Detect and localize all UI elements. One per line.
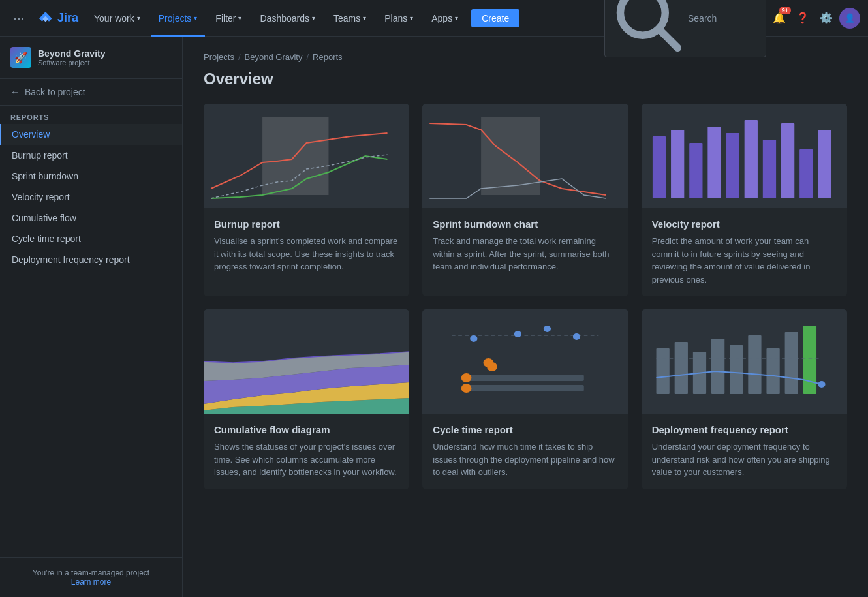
svg-rect-16 bbox=[818, 130, 831, 198]
svg-point-26 bbox=[544, 326, 551, 332]
search-box[interactable] bbox=[604, 0, 766, 57]
help-button[interactable]: ❓ bbox=[792, 8, 813, 29]
project-info: Beyond Gravity Software project bbox=[38, 48, 105, 67]
deployment-card-body: Deployment frequency report Understand y… bbox=[642, 414, 847, 489]
cumulative-chart bbox=[204, 309, 409, 414]
sidebar-item-overview[interactable]: Overview bbox=[0, 124, 182, 145]
svg-rect-41 bbox=[766, 348, 779, 394]
burndown-desc: Track and manage the total work remainin… bbox=[433, 235, 617, 273]
nav-your-work[interactable]: Your work ▾ bbox=[86, 0, 148, 37]
logo-text: Jira bbox=[57, 11, 78, 25]
jira-logo[interactable]: Jira bbox=[33, 10, 84, 26]
help-icon: ❓ bbox=[796, 12, 809, 24]
cumulative-title: Cumulative flow diagram bbox=[214, 424, 399, 435]
nav-filter[interactable]: Filter ▾ bbox=[208, 0, 249, 37]
svg-rect-11 bbox=[726, 133, 739, 198]
burnup-title: Burnup report bbox=[214, 219, 399, 230]
chevron-icon: ▾ bbox=[194, 14, 197, 22]
breadcrumb-reports: Reports bbox=[313, 52, 343, 62]
sidebar: 🚀 Beyond Gravity Software project ← Back… bbox=[0, 37, 183, 597]
project-name: Beyond Gravity bbox=[38, 48, 105, 59]
sprint-burndown-card[interactable]: Sprint burndown chart Track and manage t… bbox=[422, 104, 628, 296]
chevron-icon: ▾ bbox=[238, 14, 241, 22]
project-icon: 🚀 bbox=[10, 47, 31, 68]
velocity-card[interactable]: Velocity report Predict the amount of wo… bbox=[642, 104, 847, 296]
velocity-chart bbox=[642, 104, 847, 208]
cumulative-card-body: Cumulative flow diagram Shows the status… bbox=[204, 414, 409, 489]
cycletime-chart bbox=[422, 309, 628, 414]
breadcrumb-beyond-gravity[interactable]: Beyond Gravity bbox=[245, 52, 303, 62]
user-avatar[interactable]: 👤 bbox=[839, 8, 860, 29]
notification-badge: 9+ bbox=[779, 7, 791, 14]
svg-rect-12 bbox=[744, 120, 757, 198]
svg-point-45 bbox=[818, 381, 825, 388]
nav-plans[interactable]: Plans ▾ bbox=[377, 0, 421, 37]
nav-apps[interactable]: Apps ▾ bbox=[424, 0, 466, 37]
svg-point-25 bbox=[514, 331, 521, 337]
deployment-title: Deployment frequency report bbox=[652, 424, 837, 435]
search-icon bbox=[613, 0, 683, 53]
sidebar-section-reports: Reports bbox=[0, 106, 182, 124]
svg-rect-38 bbox=[711, 339, 724, 394]
search-input[interactable] bbox=[688, 13, 758, 23]
burndown-chart bbox=[422, 104, 628, 208]
svg-line-1 bbox=[660, 31, 678, 48]
svg-rect-35 bbox=[656, 348, 669, 394]
cycletime-title: Cycle time report bbox=[433, 424, 617, 435]
burnup-card[interactable]: Burnup report Visualise a sprint's compl… bbox=[204, 104, 409, 296]
svg-rect-7 bbox=[653, 136, 666, 198]
svg-rect-8 bbox=[671, 130, 684, 198]
svg-rect-34 bbox=[642, 309, 847, 414]
svg-point-29 bbox=[487, 362, 497, 371]
back-to-project[interactable]: ← Back to project bbox=[0, 79, 182, 106]
arrow-left-icon: ← bbox=[10, 87, 20, 97]
sidebar-item-cycle-time[interactable]: Cycle time report bbox=[0, 228, 182, 249]
svg-rect-31 bbox=[467, 385, 584, 391]
deployment-card[interactable]: Deployment frequency report Understand y… bbox=[642, 309, 847, 489]
footer-text: You're in a team-managed project bbox=[10, 568, 172, 577]
main-layout: 🚀 Beyond Gravity Software project ← Back… bbox=[0, 37, 868, 597]
breadcrumb-sep-1: / bbox=[238, 52, 241, 62]
svg-point-24 bbox=[471, 335, 478, 342]
velocity-title: Velocity report bbox=[652, 219, 837, 230]
chevron-icon: ▾ bbox=[455, 14, 458, 22]
learn-more-link[interactable]: Learn more bbox=[71, 577, 111, 587]
grid-icon[interactable]: ⋯ bbox=[8, 6, 30, 31]
svg-rect-10 bbox=[707, 127, 721, 198]
project-header: 🚀 Beyond Gravity Software project bbox=[0, 37, 182, 79]
nav-teams[interactable]: Teams ▾ bbox=[326, 0, 374, 37]
cycletime-card[interactable]: Cycle time report Understand how much ti… bbox=[422, 309, 628, 489]
sidebar-item-sprint-burndown[interactable]: Sprint burndown bbox=[0, 166, 182, 187]
chevron-icon: ▾ bbox=[312, 14, 315, 22]
sidebar-item-deployment[interactable]: Deployment frequency report bbox=[0, 249, 182, 270]
cumulative-card[interactable]: Cumulative flow diagram Shows the status… bbox=[204, 309, 409, 489]
nav-projects[interactable]: Projects ▾ bbox=[151, 0, 206, 37]
project-type: Software project bbox=[38, 59, 105, 67]
svg-point-33 bbox=[461, 384, 472, 393]
sidebar-item-burnup[interactable]: Burnup report bbox=[0, 145, 182, 166]
gear-icon: ⚙️ bbox=[820, 12, 833, 24]
burnup-card-body: Burnup report Visualise a sprint's compl… bbox=[204, 208, 409, 284]
svg-rect-40 bbox=[748, 335, 761, 394]
burnup-desc: Visualise a sprint's completed work and … bbox=[214, 235, 399, 273]
sidebar-item-cumulative[interactable]: Cumulative flow bbox=[0, 207, 182, 228]
svg-rect-36 bbox=[674, 342, 687, 394]
svg-rect-22 bbox=[422, 309, 628, 414]
sidebar-item-velocity[interactable]: Velocity report bbox=[0, 187, 182, 207]
breadcrumb-projects[interactable]: Projects bbox=[204, 52, 234, 62]
reports-grid: Burnup report Visualise a sprint's compl… bbox=[204, 104, 847, 489]
avatar-icon: 👤 bbox=[845, 13, 855, 23]
burndown-title: Sprint burndown chart bbox=[433, 219, 617, 230]
cycletime-card-body: Cycle time report Understand how much ti… bbox=[422, 414, 628, 489]
create-button[interactable]: Create bbox=[471, 9, 519, 27]
notifications-button[interactable]: 🔔 9+ bbox=[769, 8, 790, 29]
cycletime-desc: Understand how much time it takes to shi… bbox=[433, 440, 617, 479]
svg-rect-9 bbox=[689, 143, 702, 198]
svg-rect-30 bbox=[467, 375, 584, 381]
svg-rect-43 bbox=[803, 326, 816, 394]
svg-rect-13 bbox=[762, 140, 775, 198]
deployment-desc: Understand your deployment frequency to … bbox=[652, 440, 837, 479]
nav-dashboards[interactable]: Dashboards ▾ bbox=[252, 0, 323, 37]
settings-button[interactable]: ⚙️ bbox=[816, 8, 837, 29]
breadcrumb-sep-2: / bbox=[306, 52, 309, 62]
